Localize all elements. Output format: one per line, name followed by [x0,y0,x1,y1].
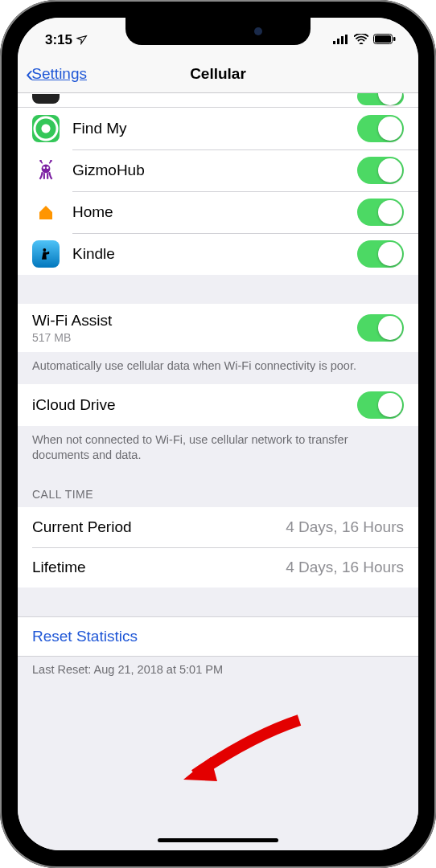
toggle-wifi-assist[interactable] [357,314,404,342]
location-icon [75,32,88,47]
svg-point-7 [42,164,51,173]
app-label: Home [72,203,357,221]
back-button[interactable]: ‹ Settings [26,63,87,85]
app-row-cutoff[interactable] [18,93,418,108]
svg-point-14 [43,248,46,252]
toggle-gizmohub[interactable] [357,157,404,184]
page-title: Cellular [190,65,246,83]
app-icon-cutoff [32,94,60,104]
device-frame: 3:15 ‹ Settings [0,0,436,868]
wifi-assist-row[interactable]: Wi-Fi Assist 517 MB [18,304,418,352]
home-icon [32,199,60,226]
svg-rect-5 [375,35,391,43]
settings-content[interactable]: Find My GizmoHub Home [18,93,418,850]
app-row-kindle[interactable]: Kindle [18,233,418,275]
kv-label: Lifetime [32,559,86,576]
screen: 3:15 ‹ Settings [18,18,418,850]
toggle-findmy[interactable] [357,115,404,142]
wifi-assist-title: Wi-Fi Assist [32,312,357,330]
svg-point-9 [47,166,49,169]
wifi-assist-footer: Automatically use cellular data when Wi-… [18,352,418,384]
nav-bar: ‹ Settings Cellular [18,55,418,93]
reset-statistics-button[interactable]: Reset Statistics [18,616,418,657]
toggle-icloud-drive[interactable] [357,391,404,419]
toggle-home[interactable] [357,199,404,226]
app-label: Find My [72,120,357,137]
kv-value: 4 Days, 16 Hours [286,518,404,536]
section-gap [18,588,418,616]
findmy-icon [32,115,60,142]
notch [125,18,311,45]
kv-value: 4 Days, 16 Hours [286,559,404,576]
row-current-period[interactable]: Current Period 4 Days, 16 Hours [18,507,418,547]
cellular-signal-icon [333,32,349,48]
toggle-cutoff[interactable] [357,93,404,105]
svg-rect-1 [337,39,339,44]
reset-label: Reset Statistics [32,628,138,645]
app-row-home[interactable]: Home [18,191,418,233]
app-label: Kindle [72,245,357,263]
status-time: 3:15 [45,32,72,48]
battery-icon [373,32,396,48]
app-label: GizmoHub [72,162,357,179]
icloud-drive-title: iCloud Drive [32,396,357,414]
home-indicator[interactable] [158,838,278,842]
svg-point-8 [43,166,45,169]
kv-label: Current Period [32,518,132,536]
svg-rect-2 [341,36,343,44]
wifi-assist-sub: 517 MB [32,331,357,344]
call-time-header: CALL TIME [18,473,418,507]
kindle-icon [32,240,60,268]
gizmohub-icon [32,157,60,184]
row-lifetime[interactable]: Lifetime 4 Days, 16 Hours [18,547,418,588]
icloud-drive-row[interactable]: iCloud Drive [18,384,418,426]
back-label: Settings [31,65,87,83]
svg-rect-0 [333,41,335,44]
svg-rect-3 [345,35,348,44]
svg-rect-6 [393,37,396,41]
toggle-kindle[interactable] [357,240,404,268]
section-gap [18,275,418,304]
wifi-icon [354,32,368,48]
last-reset-text: Last Reset: Aug 21, 2018 at 5:01 PM [18,657,418,682]
app-row-gizmohub[interactable]: GizmoHub [18,149,418,191]
app-row-findmy[interactable]: Find My [18,108,418,149]
icloud-drive-footer: When not connected to Wi-Fi, use cellula… [18,426,418,473]
